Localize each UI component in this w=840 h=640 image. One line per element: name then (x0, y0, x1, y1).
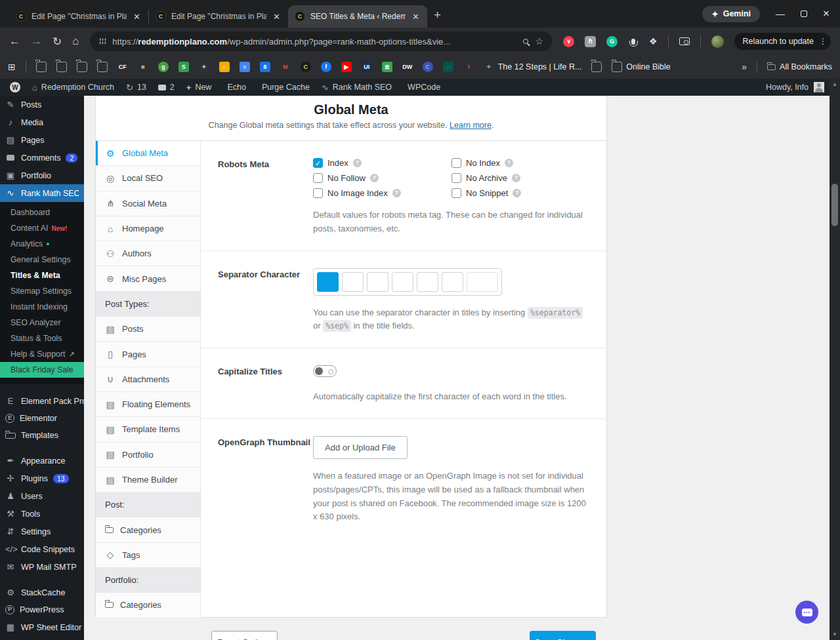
bookmark-item[interactable]: ▶ (341, 62, 352, 72)
search-icon[interactable] (523, 39, 528, 44)
bookmark-item[interactable] (36, 62, 47, 72)
sidebar-menu-item[interactable]: ✉ WP Mail SMTP (0, 558, 84, 576)
back-icon[interactable]: ← (9, 35, 20, 48)
settings-tab[interactable]: ▤ Floating Elements (96, 392, 200, 417)
settings-tab[interactable]: ∪ Attachments (96, 367, 200, 392)
admin-bar-item[interactable]: 2 (152, 79, 180, 96)
submenu-item[interactable]: Content AI New! (0, 220, 84, 236)
gemini-button[interactable]: ✦ Gemini (702, 6, 760, 22)
settings-tab[interactable]: Categories (96, 517, 200, 542)
sidebar-menu-item[interactable]: ▤ Pages (0, 131, 84, 149)
settings-tab[interactable]: Categories (96, 593, 200, 618)
sidebar-menu-item[interactable]: P PowerPress (0, 601, 84, 618)
help-icon[interactable]: ? (512, 174, 520, 182)
admin-bar-item[interactable]: ∿ Rank Math SEO (316, 79, 398, 96)
sidebar-menu-item[interactable]: ⇵ Settings (0, 523, 84, 540)
settings-tab[interactable]: Post Types: (96, 292, 200, 317)
bookmark-item[interactable]: 8 (260, 62, 270, 72)
new-tab-button[interactable]: + (427, 8, 450, 28)
scrollbar-thumb[interactable] (831, 184, 838, 226)
settings-tab[interactable]: ▤ Portfolio (96, 443, 200, 468)
settings-tab[interactable]: ⊜ Misc Pages (96, 266, 200, 291)
bookmark-item[interactable]: ʔ (463, 62, 474, 72)
robots-checkbox[interactable]: ✓ No Archive ? (452, 173, 590, 183)
scroll-down-arrow[interactable]: ▼ (830, 631, 840, 637)
bookmark-item[interactable] (591, 62, 602, 72)
robots-checkbox[interactable]: ✓ Index ? (313, 158, 452, 168)
extension-icon[interactable]: ℏ (585, 36, 596, 47)
close-window-button[interactable]: × (823, 7, 830, 20)
forward-icon[interactable]: → (31, 35, 42, 48)
sidebar-menu-item[interactable]: ✎ Posts (0, 96, 84, 113)
submenu-item[interactable]: Help & Support ↗ (0, 346, 84, 362)
pocket-extension-icon[interactable]: ∨ (563, 36, 574, 47)
reset-options-button[interactable]: Reset Options (211, 631, 278, 640)
checkbox-icon[interactable]: ✓ (313, 188, 323, 198)
bookmark-item[interactable] (77, 62, 87, 72)
submenu-item[interactable]: Sitemap Settings (0, 283, 84, 299)
settings-tab[interactable]: ⚙ Global Meta (96, 141, 200, 166)
bookmark-item[interactable]: ○ (219, 62, 230, 72)
checkbox-icon[interactable]: ✓ (452, 188, 461, 198)
browser-tab-2[interactable]: C Edit Page "Christmas in Plano 2 ✕ (149, 5, 288, 28)
robots-checkbox[interactable]: ✓ No Follow ? (313, 173, 452, 183)
sidebar-item-rank-math-seo[interactable]: ∿ Rank Math SEO (0, 184, 84, 202)
url-text[interactable]: https://redemptionplano.com/wp-admin/adm… (112, 37, 516, 47)
checkbox-icon[interactable]: ✓ (452, 158, 461, 168)
close-icon[interactable]: ✕ (132, 12, 142, 22)
help-icon[interactable]: ? (513, 189, 521, 197)
browser-tab-active[interactable]: C SEO Titles & Meta ‹ Redemption ✕ (288, 5, 427, 28)
checkbox-icon[interactable]: ✓ (452, 173, 461, 183)
settings-tab[interactable]: ▤ Posts (96, 317, 200, 342)
robots-checkbox[interactable]: ✓ No Image Index ? (313, 188, 452, 198)
admin-bar-item[interactable]: ↻ 13 (120, 79, 152, 96)
robots-checkbox[interactable]: ✓ No Snippet ? (452, 188, 590, 198)
minimize-button[interactable]: — (776, 9, 785, 19)
bookmarks-overflow-icon[interactable]: » (742, 62, 747, 72)
sidebar-menu-item[interactable]: E Elementor (0, 410, 84, 427)
home-icon[interactable]: ⌂ (72, 35, 79, 48)
reload-icon[interactable]: ↻ (52, 35, 62, 49)
close-icon[interactable]: ✕ (272, 12, 282, 22)
admin-bar-item[interactable]: Echo (217, 79, 252, 96)
separator-option-button[interactable] (417, 272, 438, 292)
bookmark-item[interactable]: C (301, 62, 311, 72)
screen-search-icon[interactable] (679, 37, 690, 45)
howdy-label[interactable]: Howdy, Info (766, 83, 808, 92)
microphone-icon[interactable] (631, 39, 635, 45)
custom-separator-input[interactable] (467, 272, 498, 292)
bookmark-star-icon[interactable]: ☆ (535, 36, 543, 47)
admin-bar-item[interactable]: WPCode (398, 79, 446, 96)
extensions-puzzle-icon[interactable]: ❖ (649, 36, 658, 47)
grammarly-extension-icon[interactable]: G (606, 36, 618, 47)
settings-tab[interactable]: ▤ Theme Builder (96, 468, 200, 492)
learn-more-link[interactable]: Learn more (450, 121, 492, 130)
sidebar-menu-item[interactable]: ⚙ StackCache (0, 584, 84, 601)
sidebar-menu-item[interactable]: ♟ Users (0, 487, 84, 505)
bookmark-item[interactable]: M (280, 62, 291, 72)
sidebar-menu-item[interactable]: ✒ Appearance (0, 452, 84, 470)
bookmark-item[interactable]: ≡ (240, 62, 250, 72)
scroll-up-arrow[interactable]: ▲ (830, 81, 840, 87)
submenu-item[interactable]: Titles & Meta (0, 268, 84, 283)
separator-option-button[interactable] (342, 272, 364, 292)
separator-option-button[interactable] (392, 272, 413, 292)
add-or-upload-file-button[interactable]: Add or Upload File (313, 436, 408, 459)
apps-grid-icon[interactable]: ⊞ (8, 62, 16, 72)
separator-option-button[interactable] (317, 272, 339, 292)
sidebar-menu-item[interactable]: Comments 2 (0, 149, 84, 167)
address-bar[interactable]: ☷ https://redemptionplano.com/wp-admin/a… (90, 31, 553, 51)
admin-bar-item[interactable]: + New (180, 79, 218, 96)
bookmark-item[interactable]: UI (362, 62, 372, 72)
settings-tab[interactable]: ⚇ Authors (96, 241, 200, 266)
admin-bar-item[interactable]: ⌂ Redemption Church (26, 79, 120, 96)
help-icon[interactable]: ? (505, 159, 513, 167)
sidebar-menu-item[interactable]: ▣ Portfolio (0, 167, 84, 184)
capitalize-titles-toggle[interactable] (313, 365, 337, 377)
help-icon[interactable]: ? (370, 174, 379, 182)
settings-tab[interactable]: ◇ Tags (96, 543, 200, 568)
robots-checkbox[interactable]: ✓ No Index ? (452, 158, 590, 168)
sidebar-menu-item[interactable]: Templates (0, 427, 84, 444)
checkbox-icon[interactable]: ✓ (313, 158, 323, 168)
close-icon[interactable]: ✕ (411, 12, 421, 22)
